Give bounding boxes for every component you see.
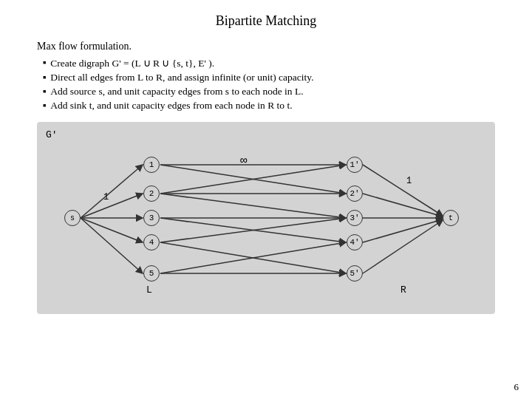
list-item: Add source s, and unit capacity edges fr…	[43, 86, 502, 98]
list-item: Direct all edges from L to R, and assign…	[43, 72, 502, 83]
svg-line-3	[81, 218, 143, 242]
edge-label-1b: 1	[406, 176, 412, 186]
svg-line-16	[363, 165, 443, 216]
g-prime-label: G'	[46, 129, 58, 140]
content-heading: Max flow formulation.	[37, 41, 502, 52]
bullet-list: Create digraph G' = (L ∪ R ∪ {s, t}, E' …	[43, 57, 502, 112]
page-number: 6	[514, 381, 519, 393]
svg-line-9	[160, 194, 346, 218]
node-s: s	[64, 210, 81, 226]
svg-line-17	[363, 194, 443, 216]
node-1: 1	[143, 157, 160, 173]
diagram: ∞ 1 1 G' L R s t 1 2 3 4 5 1' 2' 3' 4' 5…	[37, 122, 495, 314]
svg-line-19	[363, 219, 443, 242]
r-label: R	[400, 284, 406, 296]
diagram-svg	[37, 122, 495, 314]
list-item: Add sink t, and unit capacity edges from…	[43, 100, 502, 112]
node-3: 3	[143, 210, 160, 226]
svg-line-4	[81, 218, 143, 273]
node-t: t	[443, 210, 459, 226]
node-2: 2	[143, 185, 160, 202]
node-5prime: 5'	[347, 265, 363, 282]
l-label: L	[146, 284, 152, 296]
inf-label: ∞	[240, 154, 248, 168]
page: Bipartite Matching Max flow formulation.…	[0, 0, 532, 399]
svg-line-0	[81, 165, 143, 218]
node-4: 4	[143, 234, 160, 250]
node-1prime: 1'	[347, 157, 363, 173]
node-4prime: 4'	[347, 234, 363, 250]
node-3prime: 3'	[347, 210, 363, 226]
svg-line-20	[363, 220, 443, 273]
edge-label-1a: 1	[103, 192, 109, 202]
svg-line-1	[81, 194, 143, 218]
list-item: Create digraph G' = (L ∪ R ∪ {s, t}, E' …	[43, 57, 502, 69]
content-section: Max flow formulation. Create digraph G' …	[37, 41, 502, 112]
node-5: 5	[143, 265, 160, 282]
page-title: Bipartite Matching	[30, 13, 502, 29]
node-2prime: 2'	[347, 185, 363, 202]
